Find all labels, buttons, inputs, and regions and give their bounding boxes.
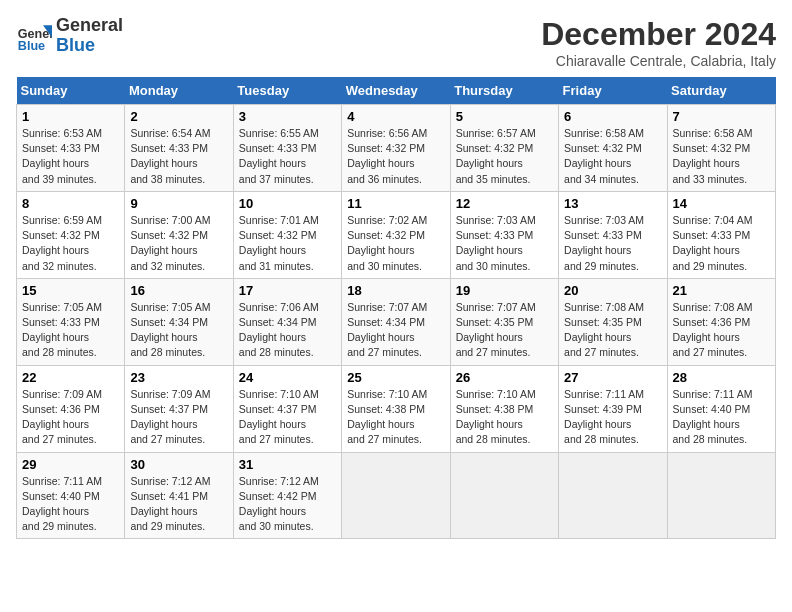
- day-info: Sunrise: 7:10 AMSunset: 4:38 PMDaylight …: [347, 387, 444, 448]
- day-number: 24: [239, 370, 336, 385]
- day-info: Sunrise: 7:05 AMSunset: 4:34 PMDaylight …: [130, 300, 227, 361]
- day-number: 19: [456, 283, 553, 298]
- calendar-cell: 19Sunrise: 7:07 AMSunset: 4:35 PMDayligh…: [450, 278, 558, 365]
- title-block: December 2024 Chiaravalle Centrale, Cala…: [541, 16, 776, 69]
- calendar-cell: [667, 452, 775, 539]
- day-info: Sunrise: 7:05 AMSunset: 4:33 PMDaylight …: [22, 300, 119, 361]
- day-info: Sunrise: 6:53 AMSunset: 4:33 PMDaylight …: [22, 126, 119, 187]
- calendar-cell: 2Sunrise: 6:54 AMSunset: 4:33 PMDaylight…: [125, 105, 233, 192]
- day-number: 6: [564, 109, 661, 124]
- calendar-cell: [342, 452, 450, 539]
- calendar-cell: 21Sunrise: 7:08 AMSunset: 4:36 PMDayligh…: [667, 278, 775, 365]
- calendar-week-4: 22Sunrise: 7:09 AMSunset: 4:36 PMDayligh…: [17, 365, 776, 452]
- day-number: 15: [22, 283, 119, 298]
- page-title: December 2024: [541, 16, 776, 53]
- calendar-cell: 28Sunrise: 7:11 AMSunset: 4:40 PMDayligh…: [667, 365, 775, 452]
- day-info: Sunrise: 7:10 AMSunset: 4:38 PMDaylight …: [456, 387, 553, 448]
- calendar-cell: 16Sunrise: 7:05 AMSunset: 4:34 PMDayligh…: [125, 278, 233, 365]
- calendar-cell: 14Sunrise: 7:04 AMSunset: 4:33 PMDayligh…: [667, 191, 775, 278]
- day-info: Sunrise: 7:11 AMSunset: 4:40 PMDaylight …: [673, 387, 770, 448]
- calendar-table: SundayMondayTuesdayWednesdayThursdayFrid…: [16, 77, 776, 539]
- day-info: Sunrise: 7:10 AMSunset: 4:37 PMDaylight …: [239, 387, 336, 448]
- calendar-body: 1Sunrise: 6:53 AMSunset: 4:33 PMDaylight…: [17, 105, 776, 539]
- day-number: 30: [130, 457, 227, 472]
- calendar-header-monday: Monday: [125, 77, 233, 105]
- calendar-cell: [559, 452, 667, 539]
- day-info: Sunrise: 7:03 AMSunset: 4:33 PMDaylight …: [564, 213, 661, 274]
- day-info: Sunrise: 7:06 AMSunset: 4:34 PMDaylight …: [239, 300, 336, 361]
- day-info: Sunrise: 6:54 AMSunset: 4:33 PMDaylight …: [130, 126, 227, 187]
- day-number: 29: [22, 457, 119, 472]
- day-info: Sunrise: 7:07 AMSunset: 4:34 PMDaylight …: [347, 300, 444, 361]
- calendar-cell: 22Sunrise: 7:09 AMSunset: 4:36 PMDayligh…: [17, 365, 125, 452]
- calendar-header-tuesday: Tuesday: [233, 77, 341, 105]
- calendar-header-saturday: Saturday: [667, 77, 775, 105]
- day-info: Sunrise: 7:12 AMSunset: 4:41 PMDaylight …: [130, 474, 227, 535]
- calendar-header-friday: Friday: [559, 77, 667, 105]
- day-number: 7: [673, 109, 770, 124]
- calendar-week-1: 1Sunrise: 6:53 AMSunset: 4:33 PMDaylight…: [17, 105, 776, 192]
- calendar-header-row: SundayMondayTuesdayWednesdayThursdayFrid…: [17, 77, 776, 105]
- logo-icon: General Blue: [16, 18, 52, 54]
- day-number: 8: [22, 196, 119, 211]
- calendar-cell: 8Sunrise: 6:59 AMSunset: 4:32 PMDaylight…: [17, 191, 125, 278]
- page-subtitle: Chiaravalle Centrale, Calabria, Italy: [541, 53, 776, 69]
- calendar-cell: 13Sunrise: 7:03 AMSunset: 4:33 PMDayligh…: [559, 191, 667, 278]
- calendar-header-thursday: Thursday: [450, 77, 558, 105]
- day-number: 10: [239, 196, 336, 211]
- calendar-cell: 24Sunrise: 7:10 AMSunset: 4:37 PMDayligh…: [233, 365, 341, 452]
- calendar-cell: 11Sunrise: 7:02 AMSunset: 4:32 PMDayligh…: [342, 191, 450, 278]
- calendar-cell: 20Sunrise: 7:08 AMSunset: 4:35 PMDayligh…: [559, 278, 667, 365]
- svg-text:Blue: Blue: [18, 39, 45, 53]
- calendar-cell: 17Sunrise: 7:06 AMSunset: 4:34 PMDayligh…: [233, 278, 341, 365]
- day-number: 18: [347, 283, 444, 298]
- calendar-week-3: 15Sunrise: 7:05 AMSunset: 4:33 PMDayligh…: [17, 278, 776, 365]
- calendar-cell: 5Sunrise: 6:57 AMSunset: 4:32 PMDaylight…: [450, 105, 558, 192]
- calendar-cell: 27Sunrise: 7:11 AMSunset: 4:39 PMDayligh…: [559, 365, 667, 452]
- day-number: 11: [347, 196, 444, 211]
- logo-text: General Blue: [56, 16, 123, 56]
- calendar-header-wednesday: Wednesday: [342, 77, 450, 105]
- day-number: 13: [564, 196, 661, 211]
- day-info: Sunrise: 7:07 AMSunset: 4:35 PMDaylight …: [456, 300, 553, 361]
- day-info: Sunrise: 6:55 AMSunset: 4:33 PMDaylight …: [239, 126, 336, 187]
- day-number: 14: [673, 196, 770, 211]
- calendar-week-5: 29Sunrise: 7:11 AMSunset: 4:40 PMDayligh…: [17, 452, 776, 539]
- day-number: 12: [456, 196, 553, 211]
- day-info: Sunrise: 7:01 AMSunset: 4:32 PMDaylight …: [239, 213, 336, 274]
- logo: General Blue General Blue: [16, 16, 123, 56]
- day-number: 23: [130, 370, 227, 385]
- day-info: Sunrise: 7:03 AMSunset: 4:33 PMDaylight …: [456, 213, 553, 274]
- calendar-cell: 12Sunrise: 7:03 AMSunset: 4:33 PMDayligh…: [450, 191, 558, 278]
- day-number: 25: [347, 370, 444, 385]
- header: General Blue General Blue December 2024 …: [16, 16, 776, 69]
- day-number: 9: [130, 196, 227, 211]
- day-info: Sunrise: 7:00 AMSunset: 4:32 PMDaylight …: [130, 213, 227, 274]
- calendar-cell: 6Sunrise: 6:58 AMSunset: 4:32 PMDaylight…: [559, 105, 667, 192]
- day-info: Sunrise: 6:58 AMSunset: 4:32 PMDaylight …: [673, 126, 770, 187]
- calendar-cell: 4Sunrise: 6:56 AMSunset: 4:32 PMDaylight…: [342, 105, 450, 192]
- day-info: Sunrise: 6:57 AMSunset: 4:32 PMDaylight …: [456, 126, 553, 187]
- day-info: Sunrise: 7:04 AMSunset: 4:33 PMDaylight …: [673, 213, 770, 274]
- day-number: 21: [673, 283, 770, 298]
- calendar-cell: 7Sunrise: 6:58 AMSunset: 4:32 PMDaylight…: [667, 105, 775, 192]
- calendar-header-sunday: Sunday: [17, 77, 125, 105]
- calendar-cell: 31Sunrise: 7:12 AMSunset: 4:42 PMDayligh…: [233, 452, 341, 539]
- calendar-cell: 3Sunrise: 6:55 AMSunset: 4:33 PMDaylight…: [233, 105, 341, 192]
- calendar-cell: 9Sunrise: 7:00 AMSunset: 4:32 PMDaylight…: [125, 191, 233, 278]
- calendar-cell: 30Sunrise: 7:12 AMSunset: 4:41 PMDayligh…: [125, 452, 233, 539]
- day-number: 4: [347, 109, 444, 124]
- day-info: Sunrise: 7:08 AMSunset: 4:35 PMDaylight …: [564, 300, 661, 361]
- day-number: 31: [239, 457, 336, 472]
- calendar-cell: 26Sunrise: 7:10 AMSunset: 4:38 PMDayligh…: [450, 365, 558, 452]
- day-info: Sunrise: 7:09 AMSunset: 4:37 PMDaylight …: [130, 387, 227, 448]
- calendar-cell: 15Sunrise: 7:05 AMSunset: 4:33 PMDayligh…: [17, 278, 125, 365]
- day-info: Sunrise: 7:02 AMSunset: 4:32 PMDaylight …: [347, 213, 444, 274]
- day-number: 26: [456, 370, 553, 385]
- day-info: Sunrise: 6:56 AMSunset: 4:32 PMDaylight …: [347, 126, 444, 187]
- calendar-cell: 25Sunrise: 7:10 AMSunset: 4:38 PMDayligh…: [342, 365, 450, 452]
- calendar-cell: 1Sunrise: 6:53 AMSunset: 4:33 PMDaylight…: [17, 105, 125, 192]
- day-info: Sunrise: 6:58 AMSunset: 4:32 PMDaylight …: [564, 126, 661, 187]
- day-number: 1: [22, 109, 119, 124]
- day-number: 2: [130, 109, 227, 124]
